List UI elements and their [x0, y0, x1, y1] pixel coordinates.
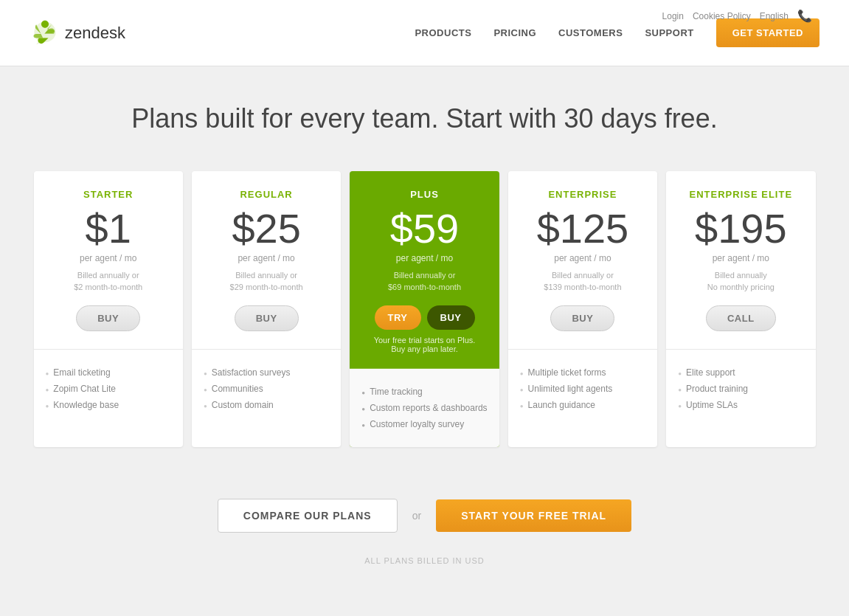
plan-card-regular: REGULAR $25 per agent / mo Billed annual…: [192, 171, 341, 447]
feature-item: ● Communities: [204, 381, 329, 397]
plan-header-enterprise: ENTERPRISE $125 per agent / mo Billed an…: [508, 171, 657, 350]
bottom-cta-section: COMPARE OUR PLANS or START YOUR FREE TRI…: [0, 477, 849, 547]
plan-price-enterprise-elite: $195: [678, 206, 803, 252]
plan-card-enterprise: ENTERPRISE $125 per agent / mo Billed an…: [508, 171, 657, 447]
plan-actions-regular: BUY: [204, 305, 329, 331]
bullet-icon: ●: [361, 406, 365, 412]
plan-card-starter: STARTER $1 per agent / mo Billed annuall…: [34, 171, 183, 447]
nav-products[interactable]: PRODUCTS: [415, 27, 471, 38]
buy-button-enterprise[interactable]: BUY: [550, 305, 614, 331]
nav-support[interactable]: SUPPORT: [645, 27, 693, 38]
plan-features-starter: ● Email ticketing ● Zopim Chat Lite ● Kn…: [34, 350, 183, 428]
buy-button-starter[interactable]: BUY: [76, 305, 140, 331]
bullet-icon: ●: [520, 370, 524, 377]
plan-period-enterprise: per agent / mo: [520, 253, 645, 263]
feature-text: Zopim Chat Lite: [53, 384, 116, 394]
login-link[interactable]: Login: [662, 11, 684, 21]
bullet-icon: ●: [520, 403, 524, 409]
feature-item: ● Time tracking: [361, 384, 487, 400]
feature-text: Customer loyalty survey: [370, 419, 464, 429]
utility-nav: Login Cookies Policy English 📞: [662, 9, 812, 23]
feature-item: ● Multiple ticket forms: [520, 364, 645, 381]
plan-price-starter: $1: [46, 206, 171, 252]
feature-item: ● Email ticketing: [46, 364, 171, 381]
cookies-link[interactable]: Cookies Policy: [693, 11, 751, 21]
plan-actions-enterprise-elite: CALL: [678, 305, 803, 331]
plan-card-enterprise-elite: ENTERPRISE ELITE $195 per agent / mo Bil…: [666, 171, 815, 447]
plan-header-regular: REGULAR $25 per agent / mo Billed annual…: [192, 171, 341, 350]
feature-item: ● Custom reports & dashboards: [361, 400, 487, 416]
buy-button-regular[interactable]: BUY: [235, 305, 299, 331]
plan-name-starter: STARTER: [46, 189, 171, 200]
hero-section: Plans built for every team. Start with 3…: [0, 66, 849, 156]
bullet-icon: ●: [204, 403, 207, 409]
plan-features-plus: ● Time tracking ● Custom reports & dashb…: [350, 369, 499, 447]
try-button-plus[interactable]: TRY: [375, 305, 421, 330]
plans-section: STARTER $1 per agent / mo Billed annuall…: [0, 156, 849, 477]
bullet-icon: ●: [46, 403, 49, 409]
compare-plans-button[interactable]: COMPARE OUR PLANS: [218, 499, 398, 533]
plan-period-starter: per agent / mo: [46, 253, 171, 263]
feature-text: Communities: [212, 384, 263, 394]
nav-pricing[interactable]: PRICING: [493, 27, 536, 38]
feature-text: Custom reports & dashboards: [370, 403, 487, 413]
feature-text: Custom domain: [212, 400, 274, 410]
feature-text: Time tracking: [370, 387, 423, 397]
plan-billing-enterprise-elite: Billed annuallyNo monthly pricing: [678, 269, 803, 294]
trial-note-plus: Your free trial starts on Plus. Buy any …: [361, 336, 487, 353]
bullet-icon: ●: [361, 390, 365, 396]
feature-text: Unlimited light agents: [528, 384, 613, 394]
plan-billing-plus: Billed annually or$69 month-to-month: [361, 269, 487, 294]
bullet-icon: ●: [678, 403, 682, 409]
feature-text: Satisfaction surveys: [212, 367, 291, 378]
plan-actions-plus: TRY BUY: [361, 305, 487, 330]
feature-text: Uptime SLAs: [686, 400, 738, 410]
feature-item: ● Product training: [678, 381, 803, 397]
plan-header-starter: STARTER $1 per agent / mo Billed annuall…: [34, 171, 183, 350]
feature-item: ● Customer loyalty survey: [361, 416, 487, 432]
buy-button-plus[interactable]: BUY: [427, 305, 475, 330]
plan-name-enterprise-elite: ENTERPRISE ELITE: [678, 189, 803, 200]
feature-item: ● Elite support: [678, 364, 803, 381]
plan-billing-enterprise: Billed annually or$139 month-to-month: [520, 269, 645, 294]
logo-link[interactable]: zendesk: [30, 18, 125, 49]
start-trial-button[interactable]: START YOUR FREE TRIAL: [436, 499, 631, 532]
plan-price-regular: $25: [204, 206, 329, 252]
plan-header-enterprise-elite: ENTERPRISE ELITE $195 per agent / mo Bil…: [666, 171, 815, 350]
feature-item: ● Launch guidance: [520, 397, 645, 413]
hero-headline: Plans built for every team. Start with 3…: [15, 103, 834, 134]
feature-item: ● Knowledge base: [46, 397, 171, 413]
plan-period-plus: per agent / mo: [361, 253, 487, 263]
feature-item: ● Uptime SLAs: [678, 397, 803, 413]
feature-text: Elite support: [686, 367, 735, 378]
plan-actions-starter: BUY: [46, 305, 171, 331]
feature-text: Product training: [686, 384, 748, 394]
zendesk-logo-icon: [30, 18, 60, 49]
bullet-icon: ●: [678, 370, 682, 377]
plan-name-regular: REGULAR: [204, 189, 329, 200]
feature-item: ● Zopim Chat Lite: [46, 381, 171, 397]
plan-header-plus: PLUS $59 per agent / mo Billed annually …: [350, 171, 499, 369]
plan-name-plus: PLUS: [361, 189, 487, 200]
plan-name-enterprise: ENTERPRISE: [520, 189, 645, 200]
or-separator: or: [412, 510, 421, 522]
plan-period-enterprise-elite: per agent / mo: [678, 253, 803, 263]
feature-item: ● Custom domain: [204, 397, 329, 413]
bullet-icon: ●: [46, 387, 49, 393]
bullet-icon: ●: [204, 387, 207, 393]
plan-price-enterprise: $125: [520, 206, 645, 252]
logo-text: zendesk: [65, 24, 125, 43]
feature-text: Email ticketing: [53, 367, 110, 378]
plan-period-regular: per agent / mo: [204, 253, 329, 263]
call-button-enterprise-elite[interactable]: CALL: [706, 305, 776, 331]
feature-text: Multiple ticket forms: [528, 367, 606, 378]
bullet-icon: ●: [46, 370, 49, 377]
plan-actions-enterprise: BUY: [520, 305, 645, 331]
plan-features-enterprise-elite: ● Elite support ● Product training ● Upt…: [666, 350, 815, 428]
feature-item: ● Satisfaction surveys: [204, 364, 329, 381]
plan-price-plus: $59: [361, 206, 487, 252]
nav-customers[interactable]: CUSTOMERS: [558, 27, 623, 38]
plan-billing-regular: Billed annually or$29 month-to-month: [204, 269, 329, 294]
feature-text: Launch guidance: [528, 400, 595, 410]
language-link[interactable]: English: [760, 11, 789, 21]
